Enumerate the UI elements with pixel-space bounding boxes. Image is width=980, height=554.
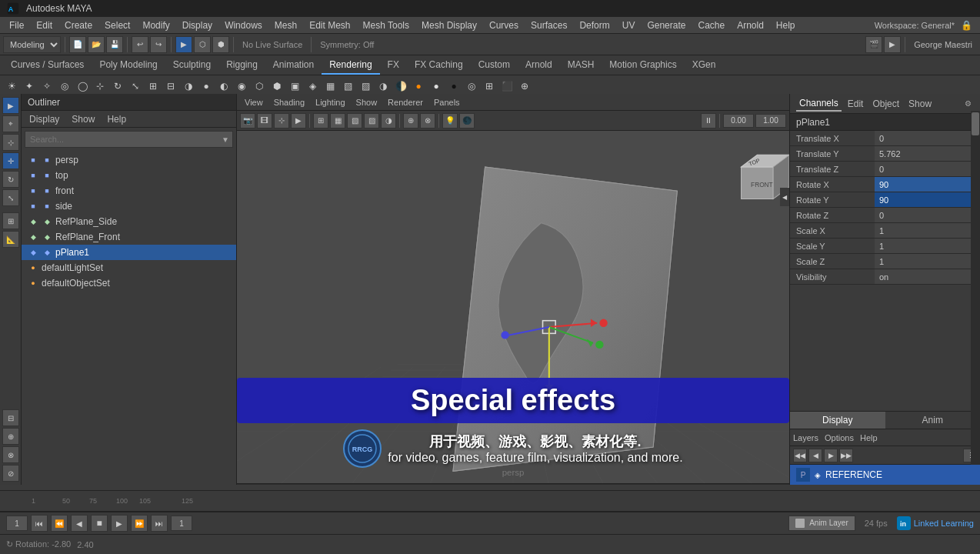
menu-mesh[interactable]: Mesh <box>268 18 303 32</box>
play-back-btn[interactable]: ◀ <box>71 515 88 532</box>
stop-btn[interactable]: ■ <box>91 515 108 532</box>
menu-edit[interactable]: Edit <box>30 18 58 32</box>
redo-btn[interactable]: ↪ <box>150 36 167 53</box>
tab-sculpting[interactable]: Sculpting <box>165 56 218 75</box>
left-icon-snap[interactable]: ⊞ <box>2 212 19 229</box>
display-da-tab[interactable]: Display <box>790 412 885 429</box>
vp-shadow-btn[interactable]: 🌑 <box>459 113 475 128</box>
select-tool-btn[interactable]: ▶ <box>175 36 192 53</box>
viewport-scrollbar-h[interactable]: ◀ ▶ <box>237 483 789 485</box>
tab-rigging[interactable]: Rigging <box>218 56 265 75</box>
channels-tab[interactable]: Channels <box>796 96 842 112</box>
icon-universal-btn[interactable]: ⊞ <box>145 78 162 95</box>
show-tab[interactable]: Show <box>905 97 935 111</box>
vp-side-btn[interactable]: ⊗ <box>420 113 435 128</box>
icon-9[interactable]: ◐ <box>215 78 232 95</box>
icon-uv-btn[interactable]: ⊞ <box>481 78 498 95</box>
vp-pause-btn[interactable]: ⏸ <box>701 113 716 128</box>
tab-animation[interactable]: Animation <box>265 56 322 75</box>
vp-menu-view[interactable]: View <box>240 96 268 108</box>
icon-soft-btn[interactable]: ⊟ <box>162 78 179 95</box>
vp-shaded-btn[interactable]: ▧ <box>347 113 362 128</box>
visibility-value[interactable]: on <box>875 269 980 284</box>
translate-x-value[interactable]: 0 <box>875 131 980 145</box>
icon-12[interactable]: ⬢ <box>268 78 285 95</box>
tab-xgen[interactable]: XGen <box>685 56 724 75</box>
vp-camera-btn[interactable]: 📷 <box>240 113 255 128</box>
channel-translate-z[interactable]: Translate Z 0 <box>790 162 980 177</box>
tab-poly-modeling[interactable]: Poly Modeling <box>92 56 165 75</box>
vp-snap-btn[interactable]: ⊹ <box>274 113 289 128</box>
rotate-x-value[interactable]: 90 <box>875 177 980 192</box>
left-icon-paint[interactable]: ⊹ <box>2 134 19 151</box>
vp-input-2[interactable] <box>755 114 786 128</box>
render-btn[interactable]: 🎬 <box>865 36 882 53</box>
icon-10[interactable]: ◉ <box>233 78 250 95</box>
outliner-item-refplane-side[interactable]: ◆ ◆ RefPlane_Side <box>22 214 236 229</box>
outliner-item-top[interactable]: ■ ■ top <box>22 168 236 183</box>
icon-8[interactable]: ● <box>198 78 215 95</box>
ipr-btn[interactable]: ▶ <box>884 36 901 53</box>
icon-light-btn[interactable]: 🌓 <box>392 78 409 95</box>
vp-select-cam-btn[interactable]: ▶ <box>291 113 306 128</box>
tab-arnold[interactable]: Arnold <box>518 56 560 75</box>
tab-rendering[interactable]: Rendering <box>322 56 379 75</box>
channel-rotate-y[interactable]: Rotate Y 90 <box>790 192 980 208</box>
translate-z-value[interactable]: 0 <box>875 162 980 176</box>
vp-light-btn[interactable]: 💡 <box>442 113 458 128</box>
left-icon-scale[interactable]: ⤡ <box>2 189 19 206</box>
tab-motion-graphics[interactable]: Motion Graphics <box>602 56 684 75</box>
outliner-display-menu[interactable]: Display <box>25 112 64 126</box>
menu-deform[interactable]: Deform <box>573 18 615 32</box>
icon-wire-btn[interactable]: ▦ <box>322 78 338 95</box>
icon-14[interactable]: ◈ <box>304 78 321 95</box>
tab-custom[interactable]: Custom <box>471 56 518 75</box>
left-icon-bottom-4[interactable]: ⊘ <box>2 465 19 482</box>
scroll-right-btn[interactable]: ▶ <box>777 485 788 486</box>
scale-x-value[interactable]: 1 <box>875 223 980 238</box>
left-icon-bottom-1[interactable]: ⊟ <box>2 409 19 426</box>
icon-tool-2[interactable]: ✦ <box>21 78 38 95</box>
open-btn[interactable]: 📂 <box>88 36 105 53</box>
left-icon-rotate[interactable]: ↻ <box>2 171 19 188</box>
icon-tool-4[interactable]: ◎ <box>56 78 73 95</box>
channel-scale-x[interactable]: Scale X 1 <box>790 223 980 239</box>
options-menu[interactable]: Options <box>825 433 854 442</box>
icon-tool-1[interactable]: ☀ <box>3 78 20 95</box>
icon-7[interactable]: ◑ <box>180 78 197 95</box>
outliner-item-refplane-front[interactable]: ◆ ◆ RefPlane_Front <box>22 229 236 245</box>
layer-end-btn[interactable]: ▶▶ <box>839 449 853 462</box>
mode-select[interactable]: Modeling <box>3 36 61 53</box>
step-fwd-btn[interactable]: ⏩ <box>131 515 148 532</box>
tab-curves-surfaces[interactable]: Curves / Surfaces <box>3 56 92 75</box>
vp-grid-btn[interactable]: ⊞ <box>313 113 328 128</box>
frame-start-input[interactable] <box>6 516 28 531</box>
icon-rotate-btn[interactable]: ↻ <box>109 78 126 95</box>
layers-menu[interactable]: Layers <box>793 433 818 442</box>
scale-z-value[interactable]: 1 <box>875 254 980 269</box>
current-frame-input[interactable] <box>171 516 192 531</box>
menu-generate[interactable]: Generate <box>641 18 692 32</box>
menu-select[interactable]: Select <box>98 18 136 32</box>
icon-tool-3[interactable]: ✧ <box>38 78 55 95</box>
icon-shader-ball[interactable]: ◎ <box>463 78 480 95</box>
menu-windows[interactable]: Windows <box>218 18 268 32</box>
menu-surfaces[interactable]: Surfaces <box>525 18 573 32</box>
anim-da-tab[interactable]: Anim <box>885 412 981 429</box>
menu-modify[interactable]: Modify <box>136 18 175 32</box>
menu-edit-mesh[interactable]: Edit Mesh <box>303 18 356 32</box>
icon-13[interactable]: ▣ <box>286 78 303 95</box>
outliner-item-side[interactable]: ■ ■ side <box>22 199 236 214</box>
play-fwd-btn[interactable]: ▶ <box>111 515 128 532</box>
vp-menu-lighting[interactable]: Lighting <box>311 96 350 108</box>
help-layers-menu[interactable]: Help <box>860 433 878 442</box>
tab-fx[interactable]: FX <box>380 56 407 75</box>
outliner-item-pplane1[interactable]: ◆ ◆ pPlane1 <box>22 245 236 260</box>
icon-dark-sphere[interactable]: ● <box>445 78 462 95</box>
icon-tool-5[interactable]: ◯ <box>74 78 91 95</box>
menu-help[interactable]: Help <box>770 18 802 32</box>
left-icon-bottom-2[interactable]: ⊕ <box>2 428 19 445</box>
menu-arnold[interactable]: Arnold <box>731 18 770 32</box>
scale-y-value[interactable]: 1 <box>875 239 980 253</box>
search-dropdown-icon[interactable]: ▼ <box>222 135 229 144</box>
